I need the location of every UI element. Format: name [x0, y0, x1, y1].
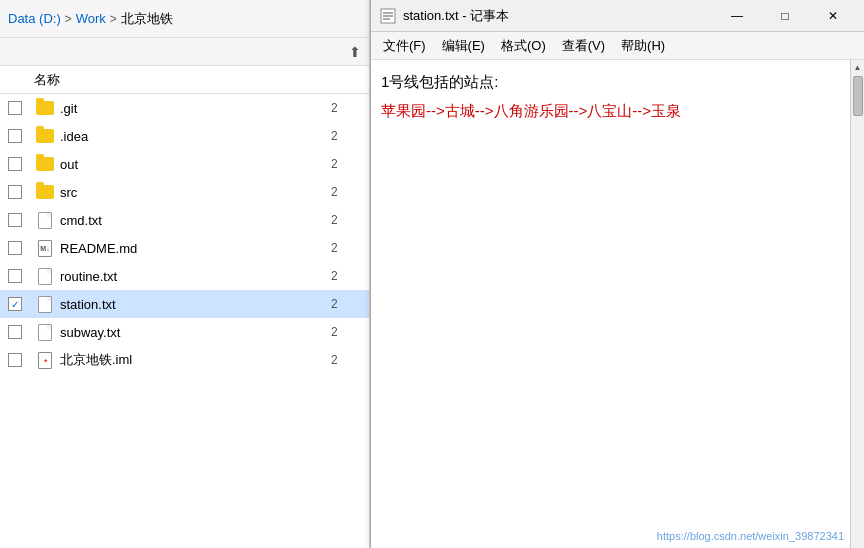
content-line-2: 苹果园-->古城-->八角游乐园-->八宝山-->玉泉 — [381, 97, 840, 124]
scroll-up-arrow[interactable]: ▲ — [851, 60, 865, 74]
notepad-content-area: 1号线包括的站点: 苹果园-->古城-->八角游乐园-->八宝山-->玉泉 ▲ … — [371, 60, 864, 548]
menu-help[interactable]: 帮助(H) — [613, 33, 673, 59]
txt-file-icon — [38, 296, 52, 313]
item-checkbox[interactable] — [8, 269, 34, 283]
item-checkbox[interactable] — [8, 185, 34, 199]
breadcrumb-current: 北京地铁 — [121, 10, 173, 28]
txt-file-icon — [38, 324, 52, 341]
file-icon-col: ✦ — [34, 352, 56, 369]
maximize-button[interactable]: □ — [762, 0, 808, 32]
list-item[interactable]: out 2 — [0, 150, 369, 178]
notepad-content[interactable]: 1号线包括的站点: 苹果园-->古城-->八角游乐园-->八宝山-->玉泉 — [371, 60, 850, 548]
checkbox[interactable] — [8, 241, 22, 255]
sort-icon[interactable]: ⬆ — [349, 44, 361, 60]
txt-file-icon — [38, 268, 52, 285]
menu-view[interactable]: 查看(V) — [554, 33, 613, 59]
breadcrumb-sep1: > — [65, 12, 72, 26]
minimize-button[interactable]: — — [714, 0, 760, 32]
menu-file[interactable]: 文件(F) — [375, 33, 434, 59]
list-item[interactable]: subway.txt 2 — [0, 318, 369, 346]
item-checkbox[interactable] — [8, 241, 34, 255]
menu-format[interactable]: 格式(O) — [493, 33, 554, 59]
checkbox[interactable] — [8, 325, 22, 339]
item-checkbox[interactable] — [8, 353, 34, 367]
checkbox[interactable] — [8, 129, 22, 143]
list-item[interactable]: ✓ station.txt 2 — [0, 290, 369, 318]
watermark: https://blog.csdn.net/weixin_39872341 — [657, 530, 844, 542]
folder-icon-col — [34, 101, 56, 115]
item-date: 2 — [331, 129, 361, 143]
iml-file-icon: ✦ — [38, 352, 52, 369]
item-date: 2 — [331, 101, 361, 115]
file-icon-col: M↓ — [34, 240, 56, 257]
close-button[interactable]: ✕ — [810, 0, 856, 32]
checkbox[interactable] — [8, 213, 22, 227]
checkbox[interactable] — [8, 157, 22, 171]
file-list: .git 2 .idea 2 out 2 — [0, 94, 369, 548]
list-item[interactable]: .idea 2 — [0, 122, 369, 150]
folder-icon — [36, 157, 54, 171]
checkbox-checked[interactable]: ✓ — [8, 297, 22, 311]
notepad-menubar: 文件(F) 编辑(E) 格式(O) 查看(V) 帮助(H) — [371, 32, 864, 60]
notepad-app-icon — [379, 7, 397, 25]
item-name: subway.txt — [60, 325, 331, 340]
item-date: 2 — [331, 213, 361, 227]
item-name: station.txt — [60, 297, 331, 312]
item-name: cmd.txt — [60, 213, 331, 228]
folder-icon-col — [34, 129, 56, 143]
file-explorer: Data (D:) > Work > 北京地铁 ⬆ 名称 .git 2 — [0, 0, 370, 548]
item-checkbox[interactable] — [8, 129, 34, 143]
checkbox[interactable] — [8, 185, 22, 199]
file-list-header: 名称 — [0, 66, 369, 94]
folder-icon — [36, 185, 54, 199]
item-name: README.md — [60, 241, 331, 256]
txt-file-icon — [38, 212, 52, 229]
folder-icon — [36, 129, 54, 143]
item-checkbox[interactable] — [8, 213, 34, 227]
item-checkbox[interactable] — [8, 325, 34, 339]
folder-icon-col — [34, 185, 56, 199]
file-icon-col — [34, 296, 56, 313]
checkbox[interactable] — [8, 269, 22, 283]
item-date: 2 — [331, 269, 361, 283]
notepad-title: station.txt - 记事本 — [403, 7, 714, 25]
list-item[interactable]: routine.txt 2 — [0, 262, 369, 290]
item-date: 2 — [331, 325, 361, 339]
item-name: 北京地铁.iml — [60, 351, 331, 369]
menu-edit[interactable]: 编辑(E) — [434, 33, 493, 59]
file-icon-col — [34, 212, 56, 229]
header-name-col: 名称 — [34, 71, 331, 89]
item-date: 2 — [331, 157, 361, 171]
item-checkbox[interactable] — [8, 101, 34, 115]
breadcrumb-sep2: > — [110, 12, 117, 26]
list-item[interactable]: src 2 — [0, 178, 369, 206]
md-file-icon: M↓ — [38, 240, 52, 257]
content-line-1: 1号线包括的站点: — [381, 68, 840, 95]
item-name: routine.txt — [60, 269, 331, 284]
notepad-titlebar: station.txt - 记事本 — □ ✕ — [371, 0, 864, 32]
folder-icon — [36, 101, 54, 115]
breadcrumb-data[interactable]: Data (D:) — [8, 11, 61, 26]
item-name: src — [60, 185, 331, 200]
checkbox[interactable] — [8, 101, 22, 115]
list-item[interactable]: ✦ 北京地铁.iml 2 — [0, 346, 369, 374]
item-name: .idea — [60, 129, 331, 144]
notepad-window: station.txt - 记事本 — □ ✕ 文件(F) 编辑(E) 格式(O… — [370, 0, 864, 548]
file-icon-col — [34, 268, 56, 285]
list-item[interactable]: .git 2 — [0, 94, 369, 122]
file-icon-col — [34, 324, 56, 341]
vertical-scrollbar[interactable]: ▲ — [850, 60, 864, 548]
item-date: 2 — [331, 353, 361, 367]
list-item[interactable]: M↓ README.md 2 — [0, 234, 369, 262]
item-date: 2 — [331, 241, 361, 255]
breadcrumb-work[interactable]: Work — [76, 11, 106, 26]
explorer-toolbar: ⬆ — [0, 38, 369, 66]
checkbox[interactable] — [8, 353, 22, 367]
breadcrumb: Data (D:) > Work > 北京地铁 — [0, 0, 369, 38]
item-date: 2 — [331, 297, 361, 311]
item-checkbox[interactable] — [8, 157, 34, 171]
scroll-thumb[interactable] — [853, 76, 863, 116]
item-checkbox[interactable]: ✓ — [8, 297, 34, 311]
item-date: 2 — [331, 185, 361, 199]
list-item[interactable]: cmd.txt 2 — [0, 206, 369, 234]
